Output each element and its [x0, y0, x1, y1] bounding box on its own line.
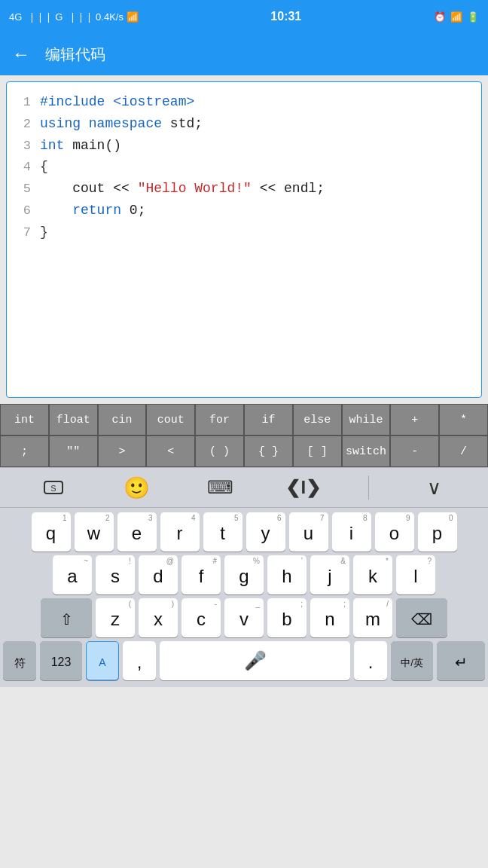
key-i[interactable]: 8i	[332, 512, 371, 552]
delete-icon: ⌫	[411, 612, 432, 627]
swype-button[interactable]: S	[35, 472, 72, 503]
key-h[interactable]: 'h	[267, 555, 307, 594]
line-num-7: 7	[13, 222, 40, 243]
line-num-5: 5	[13, 179, 40, 199]
shortcut-if[interactable]: if	[244, 404, 293, 436]
shortcut-row-1: int float cin cout for if else while + *	[0, 404, 488, 436]
key-a[interactable]: ~a	[53, 555, 92, 594]
key-n[interactable]: ;n	[310, 598, 349, 637]
key-k[interactable]: *k	[353, 555, 392, 594]
key-j[interactable]: &j	[310, 555, 349, 594]
period-key[interactable]: .	[354, 641, 387, 680]
shortcut-plus[interactable]: +	[390, 404, 439, 436]
key-x[interactable]: )x	[139, 598, 178, 637]
key-z[interactable]: (z	[96, 598, 135, 637]
key-l[interactable]: ?l	[396, 555, 435, 594]
svg-text:S: S	[51, 484, 56, 493]
battery-icon: 🔋	[467, 11, 479, 23]
collapse-button[interactable]: ∨	[416, 472, 453, 503]
code-token	[40, 203, 72, 218]
shortcut-while[interactable]: while	[342, 404, 391, 436]
space-key[interactable]: 🎤	[160, 641, 350, 680]
code-line-5: 5 cout << "Hello World!" << endl;	[13, 178, 475, 200]
input-mode-key[interactable]: A	[86, 641, 119, 680]
code-token: int	[40, 138, 64, 153]
ime-divider	[368, 475, 369, 500]
shift-key[interactable]: ⇧	[41, 598, 92, 637]
code-token: << endl;	[252, 181, 325, 196]
wifi-icon: 📶	[450, 11, 462, 23]
emoji-icon: 🙂	[124, 475, 150, 500]
number-key[interactable]: 123	[40, 641, 82, 680]
shortcut-switch[interactable]: switch	[342, 436, 391, 467]
key-t[interactable]: 5t	[203, 512, 242, 552]
shortcut-slash[interactable]: /	[439, 436, 488, 467]
line-num-2: 2	[13, 114, 40, 134]
delete-key[interactable]: ⌫	[396, 598, 447, 637]
key-b[interactable]: ;b	[267, 598, 307, 637]
key-o[interactable]: 9o	[375, 512, 414, 552]
shortcut-cin[interactable]: cin	[98, 404, 147, 436]
status-right: ⏰ 📶 🔋	[434, 11, 479, 23]
key-y[interactable]: 6y	[246, 512, 285, 552]
shortcut-row-2: ; "" > < ( ) { } [ ] switch - /	[0, 436, 488, 467]
key-c[interactable]: -c	[181, 598, 221, 637]
symbol-key[interactable]: 符	[3, 641, 36, 680]
comma-key[interactable]: ,	[123, 641, 156, 680]
shortcut-cout[interactable]: cout	[146, 404, 195, 436]
shortcut-quotes[interactable]: ""	[49, 436, 98, 467]
shortcut-float[interactable]: float	[49, 404, 98, 436]
code-token: return	[72, 203, 121, 218]
keyboard: 1q 2w 3e 4r 5t 6y 7u 8i 9o 0p ~a !s @d #…	[0, 508, 488, 687]
app-bar: ← 编辑代码	[0, 33, 488, 75]
key-p[interactable]: 0p	[418, 512, 457, 552]
status-left: 4G ❘❘❘ G ❘❘❘ 0.4K/s 📶	[9, 11, 139, 23]
network-status: 4G ❘❘❘ G ❘❘❘ 0.4K/s 📶	[9, 11, 139, 23]
shortcut-for[interactable]: for	[195, 404, 244, 436]
code-line-6: 6 return 0;	[13, 200, 475, 222]
shortcut-parens[interactable]: ( )	[195, 436, 244, 467]
shortcut-int[interactable]: int	[0, 404, 49, 436]
shortcut-else[interactable]: else	[293, 404, 342, 436]
key-v[interactable]: _v	[224, 598, 264, 637]
chevron-down-icon: ∨	[427, 476, 441, 500]
code-token: std;	[162, 116, 203, 131]
key-e[interactable]: 3e	[117, 512, 157, 552]
shortcut-minus[interactable]: -	[390, 436, 439, 467]
key-f[interactable]: #f	[181, 555, 221, 594]
code-token: namespace	[89, 116, 162, 131]
shortcut-lt[interactable]: <	[146, 436, 195, 467]
shortcut-asterisk[interactable]: *	[439, 404, 488, 436]
code-token: #include <iostream>	[40, 94, 194, 109]
shortcut-brackets[interactable]: [ ]	[293, 436, 342, 467]
app-title: 编辑代码	[45, 44, 105, 65]
code-line-1: 1 #include <iostream>	[13, 91, 475, 113]
key-u[interactable]: 7u	[289, 512, 328, 552]
status-time: 10:31	[270, 10, 301, 23]
key-m[interactable]: /m	[353, 598, 392, 637]
cursor-button[interactable]: ❮I❯	[285, 472, 322, 503]
shortcut-braces[interactable]: { }	[244, 436, 293, 467]
shortcut-semicolon[interactable]: ;	[0, 436, 49, 467]
code-editor[interactable]: 1 #include <iostream> 2 using namespace …	[6, 81, 482, 398]
key-row-4: 符 123 A , 🎤 . 中/英 ↵	[3, 641, 485, 680]
back-button[interactable]: ←	[12, 44, 30, 65]
key-row-1: 1q 2w 3e 4r 5t 6y 7u 8i 9o 0p	[3, 512, 485, 552]
keyboard-switch-button[interactable]: ⌨	[202, 472, 238, 503]
status-bar: 4G ❘❘❘ G ❘❘❘ 0.4K/s 📶 10:31 ⏰ 📶 🔋	[0, 0, 488, 33]
enter-key[interactable]: ↵	[437, 641, 485, 680]
key-s[interactable]: !s	[96, 555, 135, 594]
code-line-2: 2 using namespace std;	[13, 113, 475, 135]
key-q[interactable]: 1q	[32, 512, 71, 552]
key-w[interactable]: 2w	[75, 512, 114, 552]
mic-icon: 🎤	[244, 650, 267, 671]
swype-icon: S	[41, 475, 66, 500]
code-line-7: 7 }	[13, 222, 475, 243]
emoji-button[interactable]: 🙂	[119, 472, 155, 503]
key-r[interactable]: 4r	[160, 512, 200, 552]
key-d[interactable]: @d	[139, 555, 178, 594]
key-g[interactable]: %g	[224, 555, 264, 594]
key-row-3: ⇧ (z )x -c _v ;b ;n /m ⌫	[3, 598, 485, 637]
language-key[interactable]: 中/英	[391, 641, 433, 680]
shortcut-gt[interactable]: >	[98, 436, 147, 467]
